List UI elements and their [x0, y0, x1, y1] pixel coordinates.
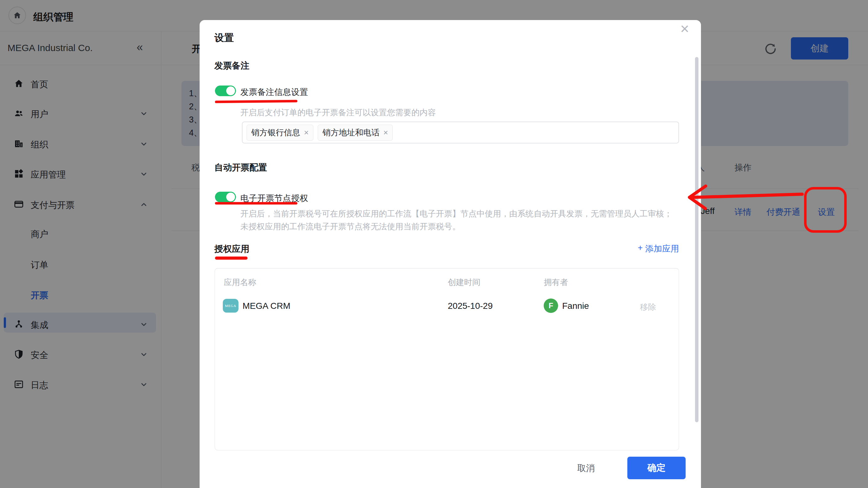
tag-label: 销方银行信息 — [251, 127, 300, 138]
column-header-owner: 拥有者 — [544, 277, 568, 288]
section-heading-authorized-apps: 授权应用 — [214, 243, 249, 255]
plus-icon: + — [638, 243, 643, 254]
tag-remove-icon[interactable]: × — [304, 128, 309, 137]
created-cell: 2025-10-29 — [448, 301, 493, 311]
settings-modal: 设置 × 发票备注 发票备注信息设置 开启后支付订单的电子开票备注可以设置您需要… — [199, 20, 701, 488]
remove-link[interactable]: 移除 — [640, 302, 656, 313]
section-heading-auto-invoice: 自动开票配置 — [214, 162, 267, 173]
section-heading-invoice-note: 发票备注 — [214, 60, 249, 72]
column-header-created: 创建时间 — [448, 277, 480, 288]
modal-title: 设置 — [214, 31, 234, 44]
tag-remove-icon[interactable]: × — [383, 128, 388, 137]
tag-seller-bank-info[interactable]: 销方银行信息 × — [247, 125, 313, 141]
add-app-link[interactable]: + 添加应用 — [638, 243, 679, 254]
auto-invoice-toggle[interactable] — [215, 192, 236, 202]
confirm-button[interactable]: 确定 — [627, 457, 686, 479]
owner-name-cell: Fannie — [562, 301, 589, 311]
app-logo: MEGA — [223, 299, 239, 313]
tag-label: 销方地址和电话 — [322, 127, 379, 138]
confirm-button-label: 确定 — [647, 462, 665, 474]
app-name-cell: MEGA CRM — [243, 301, 290, 311]
cancel-button[interactable]: 取消 — [577, 462, 595, 474]
column-header-app-name: 应用名称 — [224, 277, 256, 288]
tag-seller-address-phone[interactable]: 销方地址和电话 × — [318, 125, 393, 141]
modal-scrollbar[interactable] — [695, 57, 699, 422]
invoice-note-toggle[interactable] — [215, 86, 236, 96]
auto-invoice-description-line1: 开启后，当前开票税号可在所授权应用的工作流【电子开票】节点中使用，由系统自动开具… — [240, 208, 672, 219]
add-app-label: 添加应用 — [645, 243, 679, 254]
toggle-knob — [226, 87, 235, 95]
invoice-note-toggle-label: 发票备注信息设置 — [240, 87, 308, 98]
auto-invoice-description-line2: 未授权应用的工作流电子开票节点将无法使用当前开票税号。 — [240, 221, 460, 232]
screen: 组织管理 MEGA Industrial Co. « 首页 用户 — [0, 0, 868, 488]
invoice-note-description: 开启后支付订单的电子开票备注可以设置您需要的内容 — [240, 107, 436, 118]
authorized-apps-table: 应用名称 创建时间 拥有者 MEGA MEGA CRM 2025-10-29 F… — [215, 268, 679, 450]
close-icon[interactable]: × — [680, 21, 689, 36]
owner-avatar: F — [544, 298, 558, 313]
auto-invoice-toggle-label: 电子开票节点授权 — [240, 193, 308, 204]
toggle-knob — [226, 193, 235, 201]
invoice-note-tags-input[interactable]: 销方银行信息 × 销方地址和电话 × — [242, 122, 679, 143]
